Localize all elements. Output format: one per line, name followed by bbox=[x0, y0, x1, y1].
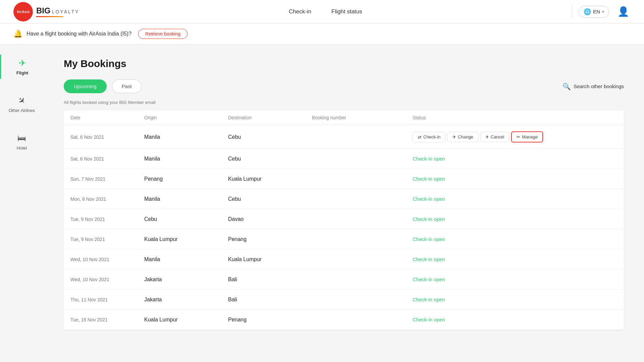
row-booking-1 bbox=[312, 153, 413, 165]
row-status-9: Check-in open bbox=[413, 311, 617, 328]
row-dest-8: Bali bbox=[228, 291, 312, 309]
search-icon: 🔍 bbox=[562, 82, 571, 90]
row-origin-2: Penang bbox=[144, 170, 228, 188]
table-row: Sun, 7 Nov 2021 Penang Kuala Lumpur Chec… bbox=[64, 169, 624, 189]
row-origin-5: Kuala Lumpur bbox=[144, 230, 228, 248]
checkin-label: Check-in bbox=[423, 134, 440, 139]
row-origin-8: Jakarta bbox=[144, 291, 228, 309]
row-dest-2: Kuala Lumpur bbox=[228, 170, 312, 188]
header-status: Status bbox=[413, 115, 496, 120]
sidebar-flight-label: Flight bbox=[16, 70, 28, 75]
row-status-0: ⇄ Check-in ✈ Change ✈ Cancel ✏ bbox=[413, 125, 617, 148]
nav-flight-status[interactable]: Flight status bbox=[331, 8, 362, 15]
row-dest-4: Davao bbox=[228, 210, 312, 228]
header-destination: Destination bbox=[228, 115, 312, 120]
row-status-2: Check-in open bbox=[413, 170, 617, 188]
header-booking-number: Booking number bbox=[312, 115, 413, 120]
svg-text:AirAsia: AirAsia bbox=[17, 10, 29, 14]
row-date-8: Thu, 11 Nov 2021 bbox=[70, 291, 144, 308]
sidebar-item-other-airlines[interactable]: ✈ Other Airlines bbox=[0, 92, 44, 116]
hotel-icon: 🛏 bbox=[17, 133, 26, 143]
search-other-bookings[interactable]: 🔍 Search other bookings bbox=[562, 82, 624, 90]
row-date-9: Tue, 16 Nov 2021 bbox=[70, 311, 144, 328]
row-status-7: Check-in open bbox=[413, 270, 617, 288]
sidebar-other-airlines-label: Other Airlines bbox=[9, 108, 35, 113]
nav-checkin[interactable]: Check-in bbox=[289, 8, 311, 15]
row-date-5: Tue, 9 Nov 2021 bbox=[70, 231, 144, 248]
table-row: Wed, 10 Nov 2021 Jakarta Bali Check-in o… bbox=[64, 269, 624, 290]
other-airlines-icon: ✈ bbox=[15, 95, 28, 107]
change-icon: ✈ bbox=[452, 134, 456, 139]
bookings-table: Date Origin Destination Booking number S… bbox=[64, 110, 624, 330]
row-booking-0 bbox=[312, 131, 413, 143]
user-avatar[interactable]: 👤 bbox=[616, 4, 631, 19]
tabs: Upcoming Past bbox=[64, 79, 142, 93]
table-header: Date Origin Destination Booking number S… bbox=[64, 110, 624, 125]
table-row: Tue, 16 Nov 2021 Kuala Lumpur Penang Che… bbox=[64, 310, 624, 330]
row-origin-3: Manila bbox=[144, 190, 228, 208]
notification-text: Have a flight booking with AirAsia India… bbox=[26, 31, 131, 37]
bell-icon: 🔔 bbox=[13, 29, 22, 38]
row-origin-4: Cebu bbox=[144, 210, 228, 228]
row-dest-1: Cebu bbox=[228, 150, 312, 168]
row-date-3: Mon, 8 Nov 2021 bbox=[70, 190, 144, 208]
row-booking-5 bbox=[312, 233, 413, 245]
table-row: Tue, 9 Nov 2021 Kuala Lumpur Penang Chec… bbox=[64, 229, 624, 249]
row-booking-8 bbox=[312, 294, 413, 306]
row-origin-9: Kuala Lumpur bbox=[144, 311, 228, 329]
page-title: My Bookings bbox=[64, 58, 624, 69]
notification-bar: 🔔 Have a flight booking with AirAsia Ind… bbox=[0, 23, 644, 45]
header-nav: Check-in Flight status bbox=[289, 8, 362, 15]
change-button[interactable]: ✈ Change bbox=[447, 132, 478, 142]
row-date-2: Sun, 7 Nov 2021 bbox=[70, 170, 144, 188]
cancel-label: Cancel bbox=[491, 134, 504, 139]
header-right: 🌐 EN ▾ 👤 bbox=[572, 4, 631, 19]
divider bbox=[572, 5, 572, 18]
row-status-1: Check-in open bbox=[413, 150, 617, 168]
lang-selector[interactable]: 🌐 EN ▾ bbox=[579, 6, 609, 18]
header-date: Date bbox=[70, 115, 144, 120]
sidebar: ✈ Flight ✈ Other Airlines 🛏 Hotel bbox=[0, 45, 44, 362]
row-dest-6: Kuala Lumpur bbox=[228, 250, 312, 268]
tab-upcoming[interactable]: Upcoming bbox=[64, 79, 107, 93]
user-icon: 👤 bbox=[618, 6, 629, 17]
row-status-6: Check-in open bbox=[413, 250, 617, 268]
row-dest-5: Penang bbox=[228, 230, 312, 248]
chevron-down-icon: ▾ bbox=[602, 9, 604, 14]
row-date-6: Wed, 10 Nov 2021 bbox=[70, 251, 144, 268]
logo-loyalty: LOYALTY bbox=[52, 9, 79, 15]
info-text: All flights booked using your BIG Member… bbox=[64, 100, 624, 105]
header: AirAsia BIG LOYALTY Check-in Flight stat… bbox=[0, 0, 644, 23]
tab-past[interactable]: Past bbox=[112, 79, 142, 93]
retrieve-booking-button[interactable]: Retrieve booking bbox=[138, 29, 187, 39]
cancel-icon: ✈ bbox=[485, 134, 489, 139]
row-origin-7: Jakarta bbox=[144, 270, 228, 289]
cancel-button[interactable]: ✈ Cancel bbox=[480, 132, 509, 142]
row-status-5: Check-in open bbox=[413, 230, 617, 248]
table-row: Wed, 10 Nov 2021 Manila Kuala Lumpur Che… bbox=[64, 249, 624, 269]
row-actions-0: ⇄ Check-in ✈ Change ✈ Cancel ✏ bbox=[413, 131, 617, 142]
sidebar-item-flight[interactable]: ✈ Flight bbox=[0, 55, 44, 79]
manage-button[interactable]: ✏ Manage bbox=[511, 131, 543, 142]
logo-big: BIG bbox=[36, 6, 51, 16]
row-dest-0: Cebu bbox=[228, 128, 312, 146]
row-origin-0: Manila bbox=[144, 128, 228, 146]
row-dest-3: Cebu bbox=[228, 190, 312, 208]
checkin-button[interactable]: ⇄ Check-in bbox=[413, 132, 445, 142]
logo[interactable]: AirAsia BIG LOYALTY bbox=[13, 2, 79, 21]
row-booking-6 bbox=[312, 253, 413, 265]
row-dest-9: Penang bbox=[228, 311, 312, 329]
sidebar-item-hotel[interactable]: 🛏 Hotel bbox=[0, 130, 44, 154]
lang-label: EN bbox=[593, 9, 600, 14]
row-origin-1: Manila bbox=[144, 150, 228, 168]
row-origin-6: Manila bbox=[144, 250, 228, 268]
row-date-0: Sat, 6 Nov 2021 bbox=[70, 128, 144, 146]
flight-icon: ✈ bbox=[19, 58, 26, 68]
table-row: Thu, 11 Nov 2021 Jakarta Bali Check-in o… bbox=[64, 290, 624, 310]
row-date-4: Tue, 9 Nov 2021 bbox=[70, 210, 144, 228]
row-status-4: Check-in open bbox=[413, 210, 617, 228]
row-booking-9 bbox=[312, 314, 413, 326]
row-date-1: Sat, 6 Nov 2021 bbox=[70, 150, 144, 168]
globe-icon: 🌐 bbox=[584, 8, 591, 15]
row-status-3: Check-in open bbox=[413, 190, 617, 208]
